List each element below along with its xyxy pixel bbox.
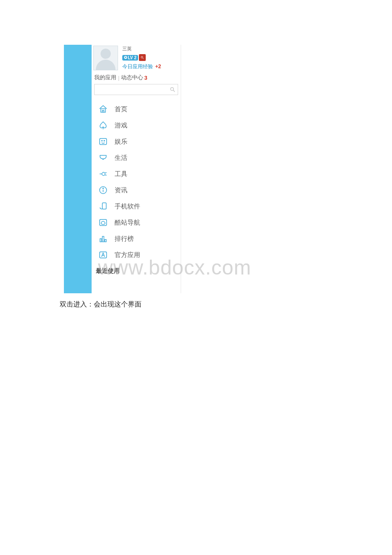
svg-rect-7 — [100, 139, 107, 145]
nav-label: 工具 — [115, 170, 127, 178]
tab-activity[interactable]: 动态中心 — [121, 74, 143, 81]
tabs-row: 我的应用 | 动态中心 3 — [92, 71, 181, 83]
home-icon — [98, 104, 109, 115]
activity-count: 3 — [144, 75, 147, 81]
nav-label: 娱乐 — [115, 138, 127, 146]
avatar[interactable] — [93, 46, 118, 70]
svg-rect-5 — [102, 110, 104, 113]
section-recent: 最近使用 — [92, 263, 181, 278]
blue-accent-bar — [64, 45, 92, 293]
chart-icon — [98, 233, 109, 244]
app-sidebar-panel: 三英 LV 2 今日应用经验 +2 我的应用 | 动态中心 3 — [64, 45, 181, 293]
nav-label: 酷站导航 — [115, 219, 140, 227]
xp-row[interactable]: 今日应用经验 +2 — [122, 63, 161, 70]
nav-item-tools[interactable]: 工具 — [92, 166, 181, 182]
user-header: 三英 LV 2 今日应用经验 +2 — [92, 45, 181, 71]
level-badge[interactable]: LV 2 — [122, 55, 138, 61]
badge-row: LV 2 — [122, 54, 161, 61]
mobile-icon — [98, 201, 109, 212]
a-icon — [98, 249, 109, 260]
nav-list: 首页 游戏 娱乐 生活 — [92, 98, 181, 263]
nav-item-official[interactable]: 官方应用 — [92, 247, 181, 263]
svg-point-16 — [103, 188, 104, 189]
xp-label: 今日应用经验 — [122, 64, 153, 69]
nav-item-games[interactable]: 游戏 — [92, 117, 181, 133]
nav-item-home[interactable]: 首页 — [92, 101, 181, 117]
badge-icon[interactable] — [139, 54, 146, 61]
nav-label: 游戏 — [115, 121, 127, 130]
svg-point-2 — [170, 87, 173, 90]
spade-icon — [98, 120, 109, 131]
browser-icon — [98, 217, 109, 228]
nav-item-news[interactable]: 资讯 — [92, 182, 181, 198]
tab-separator: | — [116, 75, 121, 81]
user-info: 三英 LV 2 今日应用经验 +2 — [118, 46, 161, 70]
nav-label: 官方应用 — [115, 251, 140, 259]
nav-item-mobile[interactable]: 手机软件 — [92, 198, 181, 214]
svg-line-3 — [173, 90, 175, 92]
xp-delta: +2 — [155, 64, 161, 69]
search-icon[interactable] — [167, 87, 178, 92]
nav-item-coolnav[interactable]: 酷站导航 — [92, 214, 181, 231]
plug-icon — [98, 168, 109, 179]
svg-point-0 — [141, 56, 143, 58]
nav-label: 资讯 — [115, 186, 127, 194]
svg-point-11 — [102, 172, 105, 175]
caption-text: 双击进入：会出现这个界面 — [60, 300, 141, 309]
info-icon — [98, 185, 109, 196]
search-row — [92, 83, 181, 98]
search-input[interactable] — [95, 87, 167, 92]
svg-point-8 — [101, 140, 102, 141]
svg-rect-21 — [105, 240, 107, 242]
nickname: 三英 — [122, 46, 161, 52]
sidebar-content: 三英 LV 2 今日应用经验 +2 我的应用 | 动态中心 3 — [92, 45, 181, 293]
nav-label: 排行榜 — [115, 235, 134, 243]
search-box[interactable] — [94, 84, 178, 95]
svg-point-9 — [104, 140, 105, 141]
nav-label: 首页 — [115, 105, 127, 113]
nav-item-rank[interactable]: 排行榜 — [92, 231, 181, 247]
tab-my-apps[interactable]: 我的应用 — [94, 74, 116, 81]
svg-rect-17 — [102, 203, 106, 209]
svg-rect-19 — [100, 239, 102, 242]
nav-label: 手机软件 — [115, 202, 140, 211]
cup-icon — [98, 152, 109, 163]
svg-rect-20 — [102, 237, 104, 242]
nav-item-entertainment[interactable]: 娱乐 — [92, 133, 181, 150]
smile-icon — [98, 136, 109, 147]
nav-item-life[interactable]: 生活 — [92, 150, 181, 166]
nav-label: 生活 — [115, 154, 127, 162]
svg-line-1 — [143, 58, 144, 59]
